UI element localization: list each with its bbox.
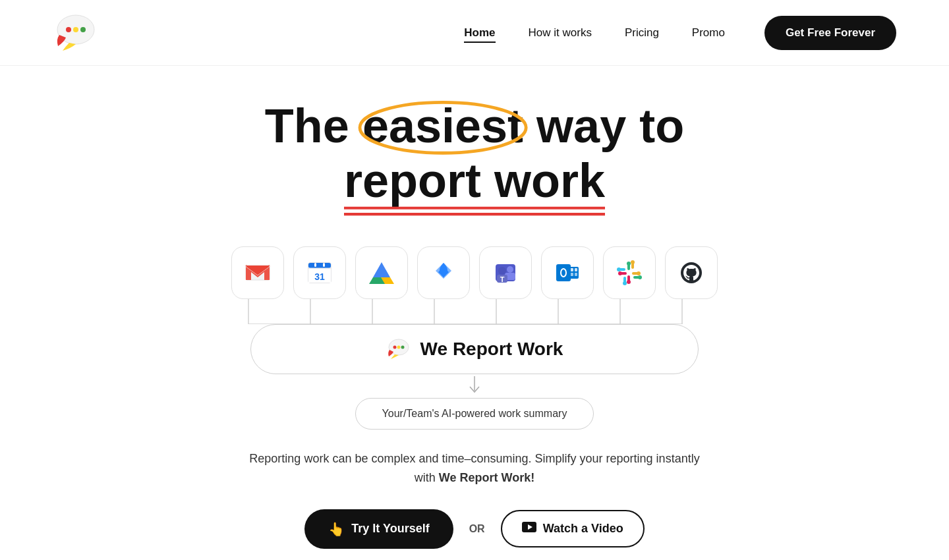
- navbar: Home How it works Pricing Promo Get Free…: [0, 0, 949, 66]
- slack-icon-box: [603, 246, 656, 299]
- svg-point-67: [393, 345, 396, 349]
- headline-part1: The: [265, 99, 362, 152]
- hand-pointer-icon: 👆: [328, 521, 345, 537]
- svg-point-24: [498, 267, 506, 275]
- hero-section: The easiest way to report work: [0, 66, 949, 560]
- teams-icon: T: [490, 258, 521, 288]
- get-free-forever-button[interactable]: Get Free Forever: [764, 16, 896, 50]
- teams-icon-box: T: [479, 246, 532, 299]
- github-icon: [676, 258, 706, 288]
- github-icon-box: [665, 246, 718, 299]
- hero-description: Reporting work can be complex and time–c…: [244, 449, 705, 488]
- wrw-logo-small: [386, 337, 411, 362]
- wrw-label: We Report Work: [420, 339, 563, 360]
- gdrive-icon-box: [355, 246, 408, 299]
- svg-rect-31: [575, 268, 577, 271]
- svg-point-49: [631, 260, 635, 264]
- headline-easiest: easiest: [362, 99, 523, 154]
- summary-label: Your/Team's AI-powered work summary: [382, 408, 567, 419]
- connector-lines: [217, 299, 732, 324]
- nav-item-promo[interactable]: Promo: [692, 26, 725, 40]
- arrow-down: [467, 374, 482, 398]
- cta-row: 👆 Try It Yourself OR Watch a Video: [304, 509, 644, 549]
- svg-point-48: [627, 262, 631, 266]
- nav-item-pricing[interactable]: Pricing: [625, 26, 659, 40]
- watch-video-button[interactable]: Watch a Video: [501, 510, 645, 547]
- jira-icon-box: [417, 246, 470, 299]
- outlook-icon-box: [541, 246, 594, 299]
- svg-point-52: [627, 280, 631, 284]
- gmail-icon: [243, 258, 273, 288]
- slack-icon: [614, 258, 645, 288]
- svg-point-47: [617, 267, 621, 271]
- svg-rect-17: [323, 263, 325, 267]
- svg-point-1: [66, 27, 71, 32]
- svg-point-2: [73, 27, 78, 32]
- try-it-yourself-button[interactable]: 👆 Try It Yourself: [304, 509, 453, 549]
- svg-point-50: [637, 271, 641, 275]
- logo[interactable]: [53, 10, 99, 56]
- headline-report-work: report work: [344, 154, 605, 208]
- gdrive-icon: [366, 258, 397, 288]
- svg-point-22: [507, 266, 513, 273]
- wrw-box: We Report Work: [250, 324, 699, 374]
- gcal-icon-box: 31: [293, 246, 346, 299]
- svg-point-36: [561, 269, 565, 276]
- jira-icon: [428, 258, 459, 288]
- integration-diagram: 31: [217, 246, 732, 430]
- svg-rect-16: [314, 263, 316, 267]
- svg-point-69: [401, 345, 404, 349]
- app-icons-row: 31: [231, 246, 718, 299]
- svg-rect-33: [575, 273, 577, 276]
- summary-box: Your/Team's AI-powered work summary: [355, 398, 594, 430]
- down-arrow-icon: [467, 376, 482, 396]
- nav-item-home[interactable]: Home: [464, 26, 495, 40]
- headline-part2: way to: [523, 99, 684, 152]
- svg-point-51: [638, 275, 642, 279]
- nav-item-how-it-works[interactable]: How it works: [529, 26, 592, 40]
- svg-text:31: 31: [314, 271, 325, 282]
- gmail-icon-box: [231, 246, 284, 299]
- youtube-icon: [522, 522, 536, 536]
- svg-point-3: [80, 27, 86, 32]
- svg-point-53: [623, 281, 627, 285]
- or-label: OR: [469, 523, 485, 535]
- svg-text:T: T: [500, 275, 505, 283]
- nav-links: Home How it works Pricing Promo: [464, 26, 725, 40]
- gcal-icon: 31: [304, 258, 335, 288]
- svg-point-46: [618, 271, 622, 275]
- svg-rect-13: [308, 263, 331, 268]
- svg-point-68: [397, 345, 400, 349]
- outlook-icon: [552, 258, 583, 288]
- hero-headline: The easiest way to report work: [265, 99, 684, 208]
